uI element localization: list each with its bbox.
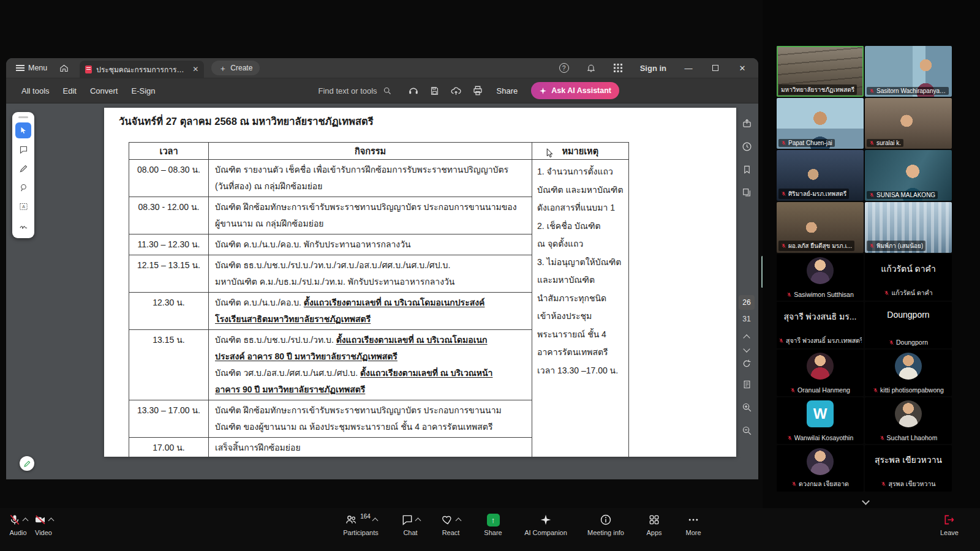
apps-launcher-button[interactable] xyxy=(606,59,630,77)
signature-tool-button[interactable] xyxy=(15,217,31,233)
activity-cell: บัณฑิต รายงานตัว เช็คชื่อ เพื่อเข้ารับกา… xyxy=(209,160,532,197)
activity-cell: บัณฑิต ฝึกซ้อมทักษะการเข้ารับพระราชทานปร… xyxy=(209,400,532,438)
participant-name-tag: Suchart Lhaohom xyxy=(880,434,938,441)
create-button[interactable]: ＋ Create xyxy=(211,61,260,75)
document-tab[interactable]: ประชุมคณะกรรมการการฝึกซ้อ... ✕ xyxy=(80,61,204,78)
table-row: 08.00 – 08.30 น.บัณฑิต รายงานตัว เช็คชื่… xyxy=(129,160,629,197)
video-button[interactable]: Video xyxy=(34,508,53,551)
ask-ai-assistant-button[interactable]: Ask AI Assistant xyxy=(531,82,619,99)
text-box-icon: A xyxy=(19,202,28,211)
page-thumbnails-button[interactable] xyxy=(742,187,752,200)
time-cell: 08.00 – 08.30 น. xyxy=(129,160,209,197)
highlight-tool-button[interactable] xyxy=(15,160,31,176)
zoom-out-button[interactable] xyxy=(742,425,752,438)
edit-button[interactable]: Edit xyxy=(56,86,83,96)
participant-tile[interactable]: มหาวิทยาลัยราชภัฏเทพสตรี xyxy=(777,46,864,97)
export-pdf-button[interactable] xyxy=(742,118,752,131)
document-area: A วันจันทร์ที่ 27 ตุลาคม 2568 ณ มหาวิทยา… xyxy=(6,103,758,478)
more-button[interactable]: More xyxy=(676,508,711,551)
ai-companion-button[interactable]: AI Companion xyxy=(516,508,575,551)
maximize-button[interactable] xyxy=(703,59,728,77)
mic-muted-icon xyxy=(781,243,786,249)
quick-edit-button[interactable] xyxy=(20,456,34,471)
zoom-in-button[interactable] xyxy=(742,402,752,415)
table-header: เวลา xyxy=(129,143,209,160)
participant-tile[interactable]: kitti photisompabwong xyxy=(865,350,952,396)
convert-button[interactable]: Convert xyxy=(83,86,125,96)
participants-button[interactable]: 164 Participants xyxy=(333,508,389,551)
more-label: More xyxy=(685,529,701,536)
text-select-tool-button[interactable]: A xyxy=(15,198,31,214)
audio-options-caret[interactable] xyxy=(23,518,29,524)
apps-button[interactable]: Apps xyxy=(636,508,672,551)
avatar xyxy=(895,353,922,380)
all-tools-button[interactable]: All tools xyxy=(15,86,56,96)
sign-in-button[interactable]: Sign in xyxy=(633,59,674,77)
cloud-upload-icon[interactable] xyxy=(450,85,462,97)
next-page-button[interactable] xyxy=(743,345,750,352)
participants-options-caret[interactable] xyxy=(372,518,378,524)
lasso-tool-button[interactable] xyxy=(15,179,31,195)
comments-panel-button[interactable] xyxy=(742,141,752,154)
participant-name-tag: แก้วรัตน์ ดาคำ xyxy=(884,288,932,298)
leave-icon xyxy=(943,514,956,526)
participant-tile[interactable]: ศิริมาลย์-มรภ.เทพสตรี xyxy=(777,150,864,201)
avatar xyxy=(807,257,834,284)
participant-tile[interactable]: พิมพ์ภา (เสมน้อย) xyxy=(865,202,952,253)
leave-button[interactable]: Leave xyxy=(933,508,965,551)
react-button[interactable]: React xyxy=(432,508,470,551)
participant-tile[interactable]: สุจารี พ่วงสนธิ มร...สุจารี พ่วงสนธิ์ มร… xyxy=(777,302,864,348)
participants-scroll-down-button[interactable] xyxy=(854,496,876,506)
mic-muted-icon xyxy=(869,243,875,249)
bookmarks-panel-button[interactable] xyxy=(742,165,752,177)
participant-tile[interactable]: Sasitorn Wachirapanyap... xyxy=(865,46,952,97)
previous-page-button[interactable] xyxy=(743,334,750,341)
participant-tile[interactable]: ผอ.ลภัส ยืนดีสุข มรภ.เ... xyxy=(777,202,864,253)
participant-tile[interactable]: SUNISA MALAKONG xyxy=(865,150,952,201)
participant-tile[interactable]: Sasiwimon Sutthisan xyxy=(777,254,864,301)
chat-button[interactable]: Chat xyxy=(393,508,428,551)
participant-tile[interactable]: ดวงกมล เจียสอาด xyxy=(777,445,864,492)
fit-page-button[interactable] xyxy=(742,380,752,392)
menu-button[interactable]: Menu xyxy=(10,58,53,78)
react-options-caret[interactable] xyxy=(455,518,461,524)
print-icon[interactable] xyxy=(472,85,483,96)
participant-tile[interactable]: Oranual Hanmeng xyxy=(777,350,864,396)
help-button[interactable]: ? xyxy=(552,59,576,77)
participant-tile[interactable]: แก้วรัตน์ ดาคำแก้วรัตน์ ดาคำ xyxy=(865,254,952,301)
participant-tile[interactable]: Papat Chuen-jai xyxy=(777,98,864,149)
current-page-indicator[interactable]: 26 xyxy=(739,295,755,310)
notifications-button[interactable] xyxy=(579,59,603,77)
participant-tile[interactable]: สุระพล เขียวหวานสุรพล เขียวหวาน xyxy=(865,445,952,492)
close-window-button[interactable]: ✕ xyxy=(730,59,755,77)
schedule-table-wrap: เวลากิจกรรมหมายเหตุ08.00 – 08.30 น.บัณฑิ… xyxy=(129,142,629,457)
plus-icon: ＋ xyxy=(219,64,227,72)
home-button[interactable] xyxy=(53,58,75,78)
participant-tile[interactable]: suralai k. xyxy=(865,98,952,149)
find-text-button[interactable]: Find text or tools xyxy=(318,86,392,96)
share-button[interactable]: Share xyxy=(497,86,518,96)
meeting-info-button[interactable]: Meeting info xyxy=(579,508,633,551)
chat-options-caret[interactable] xyxy=(415,518,421,524)
create-label: Create xyxy=(230,64,252,72)
lasso-icon xyxy=(19,183,28,192)
comment-tool-button[interactable] xyxy=(15,141,31,157)
esign-button[interactable]: E-Sign xyxy=(124,86,162,96)
mic-muted-icon xyxy=(869,140,875,146)
tab-close-icon[interactable]: ✕ xyxy=(192,66,198,73)
participant-tile[interactable]: Suchart Lhaohom xyxy=(865,397,952,444)
audio-button[interactable]: Audio xyxy=(9,508,28,551)
read-aloud-icon[interactable] xyxy=(408,85,419,96)
palette-grip-handle[interactable] xyxy=(18,116,28,118)
time-cell: 11.30 – 12.30 น. xyxy=(129,234,209,255)
minimize-button[interactable]: — xyxy=(676,59,701,77)
video-options-caret[interactable] xyxy=(48,518,55,524)
mic-muted-icon xyxy=(778,338,784,343)
share-screen-button[interactable]: ↑ Share xyxy=(473,508,513,551)
avatar xyxy=(895,400,922,427)
save-icon[interactable] xyxy=(429,86,440,96)
select-tool-button[interactable] xyxy=(15,122,31,138)
rotate-refresh-button[interactable] xyxy=(742,359,752,371)
participant-tile[interactable]: DoungpornDoungporn xyxy=(865,302,952,348)
participant-tile[interactable]: WWanwilai Kosayothin xyxy=(777,397,864,444)
